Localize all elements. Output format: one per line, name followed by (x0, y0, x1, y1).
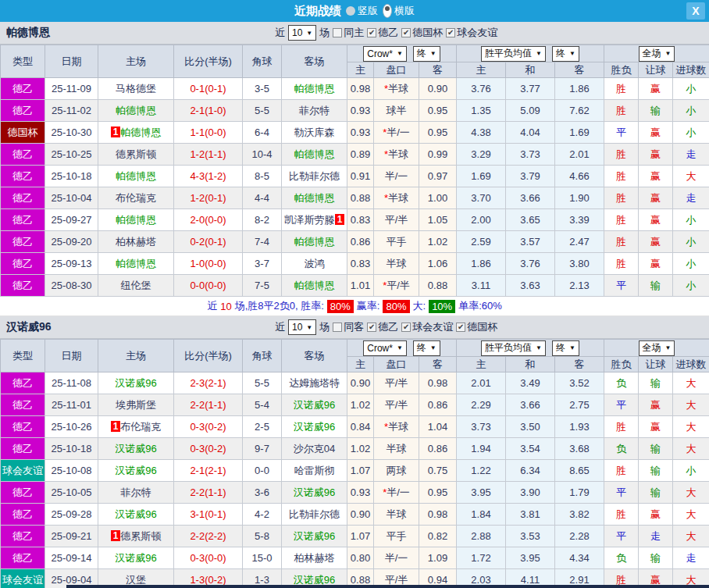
checkbox-icon[interactable]: ✔ (456, 323, 465, 332)
star-marker: * (384, 421, 388, 433)
radio-icon-selected[interactable] (383, 4, 392, 18)
asian-odds-group: Crow*▼终▼ (347, 340, 457, 357)
filter-checkbox-德乙[interactable]: ✔德乙 (367, 320, 398, 334)
match-count-select[interactable]: 10▼ (288, 319, 316, 335)
odds-provider-select[interactable]: Crow*▼ (363, 340, 407, 356)
europe-final-select[interactable]: 终▼ (552, 46, 579, 62)
europe-odds-group: 胜平负均值▼终▼ (457, 340, 604, 357)
asian-odds-group: Crow*▼终▼ (347, 45, 457, 62)
scope-select[interactable]: 全场▼ (639, 340, 675, 356)
result-wdl: 胜 (604, 166, 639, 187)
sub-col-header-主: 主 (457, 62, 506, 78)
focus-team-name: 汉诺威96 (294, 399, 335, 411)
sub-col-header-主: 主 (347, 62, 374, 78)
result-handicap: 输 (639, 100, 673, 122)
asian-final-select-value: 终 (417, 341, 426, 355)
match-count-select[interactable]: 10▼ (288, 25, 316, 41)
result-handicap: 赢 (639, 416, 673, 438)
radio-label: 竖版 (358, 4, 378, 18)
summary-text: 单率:60% (458, 299, 502, 313)
checkbox-icon[interactable] (333, 28, 342, 37)
corner-score: 3-5 (243, 78, 282, 100)
europe-mean-select[interactable]: 胜平负均值▼ (481, 340, 546, 356)
odds-provider-select[interactable]: Crow*▼ (363, 46, 407, 62)
odds-provider-select-value: Crow* (367, 48, 393, 59)
result-goals: 走 (673, 144, 709, 166)
home-win-odds: 3.29 (457, 144, 506, 166)
home-win-odds: 1.72 (457, 547, 506, 569)
filter-checkbox-德国杯[interactable]: ✔德国杯 (456, 320, 497, 334)
team-name-text: 布伦瑞克 (116, 192, 156, 204)
europe-final-select[interactable]: 终▼ (552, 340, 579, 356)
europe-mean-select[interactable]: 胜平负均值▼ (481, 46, 546, 62)
checkbox-label: 同客 (344, 320, 364, 334)
team-name-text: 德累斯顿 (116, 148, 156, 160)
draw-odds: 3.77 (506, 78, 555, 100)
match-score: 0-3(0-2) (174, 438, 243, 460)
home-win-odds: 2.29 (457, 394, 506, 416)
layout-radio-vertical[interactable]: 竖版 (346, 4, 378, 18)
team-name-text: 马格德堡 (116, 83, 156, 94)
result-handicap: 输 (639, 482, 673, 504)
corner-score: 2-5 (243, 416, 282, 438)
corner-score: 3-6 (243, 482, 282, 504)
europe-final-select-value: 终 (556, 47, 565, 60)
handicap: 半/一 (374, 547, 419, 569)
away-win-odds: 1.90 (555, 187, 604, 209)
sections-root: 帕德博恩近10▼场同主✔德乙✔德国杯✔球会友谊类型日期主场比分(半场)角球客场C… (0, 22, 709, 588)
home-odds: 1.02 (347, 438, 374, 460)
checkbox-icon[interactable]: ✔ (401, 323, 411, 332)
checkbox-icon[interactable]: ✔ (446, 28, 455, 37)
red-card-badge: 1 (111, 127, 121, 137)
draw-odds: 3.73 (506, 144, 555, 166)
draw-odds: 4.04 (506, 122, 555, 144)
corner-score: 4-4 (243, 187, 282, 209)
handicap: *半球 (374, 416, 419, 438)
result-wdl: 负 (604, 438, 639, 460)
focus-team-name: 帕德博恩 (116, 105, 156, 116)
match-count-select-value: 10 (292, 27, 302, 38)
summary-text: 近 (207, 299, 217, 313)
corner-score: 8-2 (243, 209, 282, 231)
result-handicap: 赢 (639, 231, 673, 253)
draw-odds: 6.34 (506, 460, 555, 482)
match-score: 2-2(1-1) (174, 482, 243, 504)
scope-select[interactable]: 全场▼ (639, 46, 675, 62)
asian-final-select[interactable]: 终▼ (413, 340, 440, 356)
home-win-odds: 3.95 (457, 482, 506, 504)
checkbox-icon[interactable]: ✔ (401, 28, 411, 37)
away-win-odds: 1.69 (555, 122, 604, 144)
close-icon[interactable]: X (686, 2, 705, 20)
draw-odds: 3.76 (506, 253, 555, 275)
match-type-badge: 德乙 (1, 394, 45, 416)
filter-checkbox-球会友谊[interactable]: ✔球会友谊 (446, 26, 497, 40)
filter-checkbox-同客[interactable]: 同客 (333, 320, 364, 334)
filter-checkbox-德国杯[interactable]: ✔德国杯 (401, 26, 443, 40)
team-name-text: 凯泽斯劳滕 (284, 214, 335, 226)
checkbox-icon[interactable] (333, 323, 342, 332)
col-header-日期: 日期 (45, 45, 98, 78)
sub-col-header-和: 和 (506, 62, 555, 78)
filter-checkbox-德乙[interactable]: ✔德乙 (367, 26, 398, 40)
match-type-badge: 德乙 (1, 416, 45, 438)
checkbox-icon[interactable]: ✔ (367, 323, 376, 332)
filter-checkbox-球会友谊[interactable]: ✔球会友谊 (401, 320, 453, 334)
radio-icon[interactable] (346, 6, 355, 16)
filter-checkbox-同主[interactable]: 同主 (333, 26, 364, 40)
result-goals: 小 (673, 78, 709, 100)
section-header: 汉诺威96近10▼场同客✔德乙✔球会友谊✔德国杯 (0, 316, 709, 339)
result-goals: 小 (673, 122, 709, 144)
checkbox-icon[interactable]: ✔ (367, 28, 376, 37)
result-wdl: 负 (604, 547, 639, 569)
asian-final-select[interactable]: 终▼ (413, 46, 440, 62)
handicap: *半球 (374, 144, 419, 166)
match-type-badge: 德乙 (1, 209, 45, 231)
away-odds: 1.05 (419, 209, 457, 231)
away-odds: 0.88 (419, 275, 457, 297)
summary-count: 10 (220, 301, 231, 312)
sub-col-header-客: 客 (419, 357, 457, 372)
layout-radio-horizontal[interactable]: 横版 (383, 4, 415, 18)
handicap: 半球 (374, 504, 419, 526)
corner-score: 15-0 (243, 547, 282, 569)
draw-odds: 3.65 (506, 209, 555, 231)
